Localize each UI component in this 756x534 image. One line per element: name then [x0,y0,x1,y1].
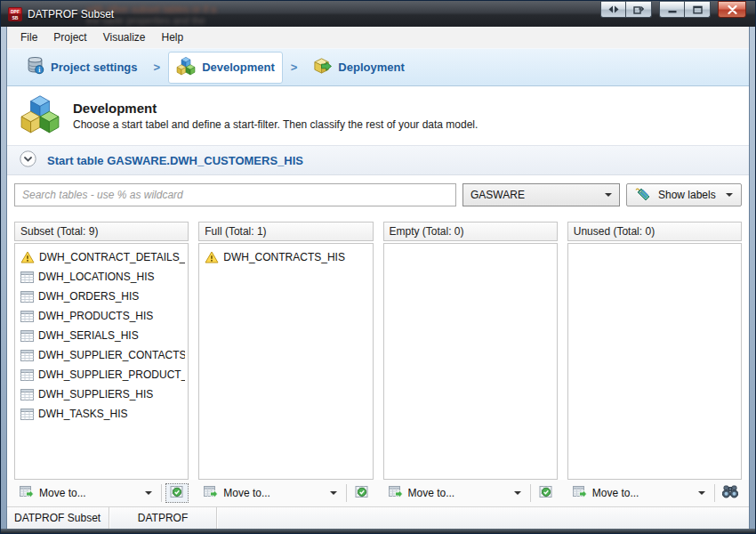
table-row[interactable]: DWH_PRODUCTS_HIS [18,306,185,326]
status-section-2 [217,507,749,529]
window-controls [600,1,746,18]
apply-button-subset[interactable] [165,483,189,503]
menu-item-file[interactable]: File [12,28,45,46]
column-header-empty: Empty (Total: 0) [383,222,558,241]
popout-window-button[interactable] [626,1,652,18]
table-name: DWH_ORDERS_HIS [38,290,139,303]
move-icon [204,486,218,501]
classification-columns: Subset (Total: 9)DWH_CONTRACT_DETAILS_HI… [14,222,742,480]
table-row[interactable]: DWH_CONTRACTS_HIS [202,247,369,267]
maximize-button[interactable] [685,1,711,18]
table-list-full[interactable]: DWH_CONTRACTS_HIS [198,243,373,480]
toolbar-separator [161,484,162,502]
filter-bar: GASWARE Show labels [7,175,749,214]
table-name: DWH_CONTRACT_DETAILS_HIS [39,251,185,263]
table-row[interactable]: DWH_SERIALS_HIS [18,326,185,345]
close-button[interactable] [718,1,746,18]
breadcrumb-separator: > [291,61,298,74]
table-icon [20,409,34,420]
table-icon [20,291,34,303]
table-name: DWH_PRODUCTS_HIS [38,310,153,322]
table-list-unused[interactable] [567,243,742,480]
search-input[interactable] [14,183,456,206]
move-to-label: Move to... [592,487,639,499]
column-header-unused: Unused (Total: 0) [567,222,742,241]
minimize-button[interactable] [659,1,685,18]
table-row[interactable]: DWH_ORDERS_HIS [18,287,185,306]
table-list-empty[interactable] [383,243,558,480]
move-to-button-unused[interactable]: Move to... [567,483,711,504]
menu-item-visualize[interactable]: Visualize [95,28,154,46]
show-labels-button[interactable]: Show labels [626,183,742,206]
breadcrumb-separator: > [154,61,161,74]
svg-text:i: i [38,66,40,74]
move-to-label: Move to... [39,487,86,499]
start-table-label: Start table GASWARE.DWH_CUSTOMERS_HIS [47,154,303,167]
table-icon [20,330,34,342]
move-to-button-empty[interactable]: Move to... [383,483,527,504]
menu-item-project[interactable]: Project [45,28,94,46]
column-footer-unused: Move to... [567,482,742,504]
column-empty: Empty (Total: 0) [383,222,558,480]
menu-item-help[interactable]: Help [154,28,192,46]
table-row[interactable]: DWH_SUPPLIER_PRODUCT_HIS [18,365,185,384]
table-row[interactable]: DWH_SUPPLIERS_HIS [18,384,185,404]
chevron-down-icon [726,193,733,197]
breadcrumb-item-deployment[interactable]: Deployment [305,52,412,83]
breadcrumb: iProject settings>Development>Deployment [7,48,749,86]
move-icon [389,486,403,501]
table-row[interactable]: DWH_TASKS_HIS [18,404,185,424]
chevron-down-icon [605,193,612,197]
column-unused: Unused (Total: 0) [567,222,742,480]
schema-select[interactable]: GASWARE [462,183,620,206]
move-to-label: Move to... [223,487,270,499]
status-label: DATPROF Subset [14,512,101,524]
database-icon: i [26,56,44,78]
cubes-icon [20,93,60,138]
table-name: DWH_SUPPLIER_PRODUCT_HIS [38,368,185,381]
breadcrumb-label: Deployment [338,61,404,74]
table-row[interactable]: DWH_SUPPLIER_CONTACTS_HIS [18,345,185,365]
column-footer-empty: Move to... [383,482,558,504]
compare-arrows-button[interactable] [600,1,626,18]
titlebar[interactable]: with other subset tables or if a the tab… [1,1,755,27]
breadcrumb-label: Project settings [51,61,138,74]
table-row[interactable]: DWH_CONTRACT_DETAILS_HIS [18,247,185,267]
warning-icon [205,251,219,263]
apply-button-full[interactable] [350,483,374,503]
page-title: Development [73,101,478,116]
find-button[interactable] [719,483,742,503]
table-row[interactable]: DWH_LOCATIONS_HIS [18,267,185,287]
table-icon [20,369,34,381]
window-title: DATPROF Subset [28,8,114,20]
apply-button-empty[interactable] [535,483,558,503]
window-frame: FileProjectVisualizeHelp iProject settin… [1,27,755,529]
menu-bar: FileProjectVisualizeHelp [7,27,749,48]
move-to-button-full[interactable]: Move to... [198,483,342,504]
deployment-icon [313,56,332,78]
show-labels-label: Show labels [658,189,716,201]
app-logo-icon: DPFSB [8,7,22,21]
breadcrumb-label: Development [202,61,275,74]
table-name: DWH_SUPPLIER_CONTACTS_HIS [38,349,185,361]
chevron-down-icon [145,491,152,495]
table-icon [20,311,34,322]
schema-select-value: GASWARE [470,189,525,201]
breadcrumb-item-development[interactable]: Development [168,52,283,84]
breadcrumb-item-project-settings[interactable]: iProject settings [18,52,146,83]
table-name: DWH_TASKS_HIS [38,408,127,420]
table-name: DWH_SUPPLIERS_HIS [38,388,153,400]
column-header-full: Full (Total: 1) [198,222,373,241]
app-window: with other subset tables or if a the tab… [0,0,756,534]
status-label: DATPROF [138,512,188,524]
column-full: Full (Total: 1)DWH_CONTRACTS_HIS [198,222,373,480]
classification-area: Subset (Total: 9)DWH_CONTRACT_DETAILS_HI… [7,214,749,480]
table-icon [20,350,34,361]
status-section-0: DATPROF Subset [7,507,109,529]
column-subset: Subset (Total: 9)DWH_CONTRACT_DETAILS_HI… [14,222,189,480]
start-table-expander[interactable]: Start table GASWARE.DWH_CUSTOMERS_HIS [7,145,749,175]
binoculars-icon [722,485,738,501]
move-to-button-subset[interactable]: Move to... [14,483,157,504]
table-list-subset[interactable]: DWH_CONTRACT_DETAILS_HISDWH_LOCATIONS_HI… [14,243,189,480]
svg-text:DPF: DPF [11,8,20,13]
